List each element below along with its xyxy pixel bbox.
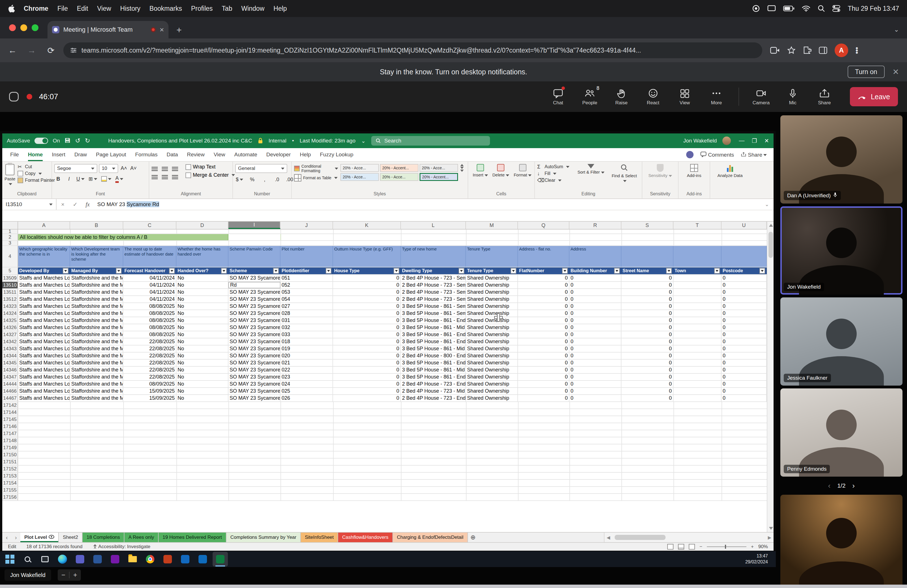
address-bar[interactable]: teams.microsoft.com/v2/?meetingjoin=true… bbox=[63, 42, 762, 58]
cell-managed-by[interactable]: Staffordshire and the M bbox=[70, 388, 123, 394]
cell-style-chip[interactable]: 20% - Acce... bbox=[420, 164, 458, 172]
merge-center-button[interactable]: Merge & Center bbox=[186, 172, 235, 178]
cell-plot-identifier[interactable]: 053 bbox=[280, 289, 333, 295]
cell-developed-by[interactable]: Staffs and Marches Loc bbox=[18, 381, 70, 387]
table-row[interactable]: 17147 bbox=[2, 430, 774, 437]
cell-town[interactable] bbox=[673, 367, 721, 373]
scroll-up-icon[interactable] bbox=[769, 224, 773, 227]
taskbar-icon[interactable] bbox=[55, 552, 70, 567]
cell-building-number[interactable]: 0 bbox=[569, 324, 622, 331]
cell-scheme[interactable]: SO MAY 23 Sycamore R bbox=[228, 331, 280, 338]
filter-dropdown-icon[interactable] bbox=[273, 268, 279, 274]
menubar-item[interactable]: Edit bbox=[77, 5, 88, 13]
tab-close-icon[interactable]: × bbox=[160, 26, 164, 34]
cell-flat-number[interactable]: 0 bbox=[518, 381, 569, 387]
header-cell[interactable] bbox=[673, 246, 721, 267]
row-number[interactable]: 14343 bbox=[2, 346, 18, 352]
cell-postcode[interactable]: 0 bbox=[721, 352, 767, 359]
filter-cell[interactable]: Town bbox=[673, 268, 721, 274]
taskbar-icon[interactable] bbox=[160, 552, 175, 567]
cell-tenure-type[interactable]: Shared Ownership bbox=[466, 317, 518, 324]
row-number[interactable]: 14466 bbox=[2, 388, 18, 394]
cell-scheme[interactable]: SO MAY 23 Sycamore R bbox=[228, 310, 280, 317]
save-icon[interactable]: 💾︎ bbox=[64, 137, 71, 144]
cell-developed-by[interactable]: Staffs and Marches Loc bbox=[18, 324, 70, 331]
cell-building-number[interactable]: 0 bbox=[569, 381, 622, 387]
turn-on-button[interactable]: Turn on bbox=[848, 66, 885, 78]
wifi-icon[interactable] bbox=[802, 5, 810, 11]
styles-gallery-arrows[interactable] bbox=[460, 164, 464, 172]
cell-forecast-handover[interactable]: 04/11/2024 bbox=[123, 289, 176, 295]
leave-button[interactable]: Leave bbox=[850, 87, 898, 106]
sheet-tab[interactable]: Completions Summary by Year bbox=[226, 533, 301, 542]
header-cell[interactable]: Address bbox=[569, 246, 622, 267]
cell-street-name[interactable]: 0 bbox=[622, 352, 673, 359]
cell-flat-number[interactable]: 0 bbox=[518, 331, 569, 338]
site-settings-icon[interactable] bbox=[70, 47, 77, 54]
format-painter-button[interactable]: Format Painter bbox=[18, 178, 55, 183]
table-row[interactable]: 14326 Staffs and Marches Loc Staffordshi… bbox=[2, 324, 774, 331]
cell-plot-identifier[interactable]: 020 bbox=[280, 352, 333, 359]
zoom-out-button[interactable]: − bbox=[58, 571, 69, 579]
filter-cell[interactable]: Handed Over? bbox=[176, 268, 228, 274]
cell-town[interactable] bbox=[673, 388, 721, 394]
cell-tenure-type[interactable]: Shared Ownership bbox=[466, 331, 518, 338]
filter-dropdown-icon[interactable] bbox=[63, 268, 69, 274]
shrink-font-button[interactable]: A˅ bbox=[130, 164, 138, 173]
cell-house-type[interactable]: 0 bbox=[333, 346, 401, 352]
cell-tenure-type[interactable]: Shared Ownership bbox=[466, 282, 518, 288]
cell-postcode[interactable]: 0 bbox=[721, 338, 767, 345]
cell-dwelling-type[interactable]: 3 Bed 5P House - 861 - Semi bbox=[401, 310, 466, 317]
ribbon-tab[interactable]: File bbox=[6, 148, 24, 161]
cut-button[interactable]: ✂Cut bbox=[18, 164, 55, 170]
cell-house-type[interactable]: 0 bbox=[333, 310, 401, 317]
cell-managed-by[interactable]: Staffordshire and the M bbox=[70, 310, 123, 317]
addins-button[interactable]: Add-ins bbox=[687, 164, 702, 178]
fill-color-button[interactable] bbox=[101, 175, 112, 183]
cell-postcode[interactable]: 0 bbox=[721, 289, 767, 295]
wrap-text-button[interactable]: Wrap Text bbox=[186, 164, 215, 170]
cell-scheme[interactable]: SO MAY 23 Sycamore R bbox=[228, 374, 280, 380]
row-number[interactable]: 14347 bbox=[2, 374, 18, 380]
align-bottom-icon[interactable] bbox=[172, 166, 178, 168]
zoom-level[interactable]: 90% bbox=[758, 544, 768, 550]
cell-scheme[interactable]: SO MAY 23 Sycamore R bbox=[228, 317, 280, 324]
cell-scheme[interactable]: SO MAY 23 Sycamore R bbox=[228, 395, 280, 401]
table-row[interactable]: 14343 Staffs and Marches Loc Staffordshi… bbox=[2, 346, 774, 352]
cell-house-type[interactable]: 0 bbox=[333, 289, 401, 295]
cell-scheme[interactable]: SO MAY 23 Sycamore R bbox=[228, 360, 280, 366]
cell-dwelling-type[interactable]: 2 Bed 4P House - 723 - End bbox=[401, 395, 466, 401]
cell-handed-over[interactable]: No bbox=[176, 275, 228, 281]
cell-style-chip[interactable]: 20% - Acce... bbox=[340, 164, 379, 172]
table-row[interactable]: 14466 Staffs and Marches Loc Staffordshi… bbox=[2, 388, 774, 395]
table-row[interactable]: 17152 bbox=[2, 466, 774, 473]
cell-managed-by[interactable]: Staffordshire and the M bbox=[70, 367, 123, 373]
grow-font-button[interactable]: A˄ bbox=[120, 164, 128, 173]
cell-building-number[interactable]: 0 bbox=[569, 303, 622, 309]
header-cell[interactable]: Type of new home bbox=[401, 246, 466, 267]
filter-dropdown-icon[interactable] bbox=[760, 268, 765, 274]
filter-cell[interactable]: Street Name bbox=[622, 268, 673, 274]
cell-house-type[interactable]: 0 bbox=[333, 381, 401, 387]
cell-street-name[interactable]: 0 bbox=[622, 395, 673, 401]
cell-house-type[interactable]: 0 bbox=[333, 275, 401, 281]
cell-developed-by[interactable]: Staffs and Marches Loc bbox=[18, 289, 70, 295]
taskbar-icon[interactable] bbox=[72, 552, 88, 567]
note-cell[interactable]: All localities should now be able to fil… bbox=[18, 234, 228, 240]
filter-dropdown-icon[interactable] bbox=[458, 268, 464, 274]
cell-house-type[interactable]: 0 bbox=[333, 296, 401, 303]
cell-forecast-handover[interactable]: 04/11/2024 bbox=[123, 275, 176, 281]
cell-dwelling-type[interactable]: 2 Bed 4P House - 800 - End bbox=[401, 352, 466, 359]
apple-icon[interactable] bbox=[8, 5, 15, 13]
cell-handed-over[interactable]: No bbox=[176, 388, 228, 394]
scrollbar-thumb[interactable] bbox=[768, 232, 773, 258]
cell-dwelling-type[interactable]: 3 Bed 5P House - 861 - Semi bbox=[401, 303, 466, 309]
filter-dropdown-icon[interactable] bbox=[714, 268, 720, 274]
filter-cell[interactable]: Developed By bbox=[18, 268, 70, 274]
increase-decimal-button[interactable]: .0 bbox=[273, 175, 281, 184]
table-row[interactable]: 17149 bbox=[2, 444, 774, 452]
row-number[interactable]: 14467 bbox=[2, 395, 18, 401]
cell-plot-identifier[interactable]: 022 bbox=[280, 367, 333, 373]
row-number[interactable]: 3 bbox=[2, 241, 18, 245]
cell-plot-identifier[interactable]: 051 bbox=[280, 275, 333, 281]
